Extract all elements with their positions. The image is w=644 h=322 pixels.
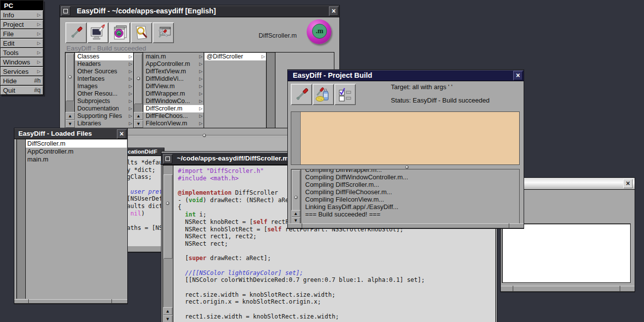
browser-row[interactable]: Documentation▷ bbox=[75, 105, 133, 112]
project-tools-toolbar-button[interactable] bbox=[153, 22, 174, 43]
browser-row[interactable]: Other Sources▷ bbox=[75, 68, 133, 75]
miniaturize-button[interactable] bbox=[61, 6, 70, 16]
build-titlebar[interactable]: EasyDiff - Project Build × bbox=[288, 70, 524, 81]
submenu-arrow-icon: ▷ bbox=[37, 69, 41, 74]
scroll-down-button[interactable]: ▼ bbox=[134, 120, 143, 128]
loaded-files-window: EasyDiff - Loaded Files × DiffScroller.m… bbox=[14, 128, 128, 304]
build-log-text[interactable]: Compiling DiffWrapper.m...Compiling Diff… bbox=[305, 169, 408, 218]
miniaturize-button[interactable] bbox=[163, 154, 172, 163]
browser-row[interactable]: main.m▷ bbox=[144, 53, 204, 60]
scrollbar-knob[interactable] bbox=[292, 170, 300, 211]
build-button[interactable] bbox=[291, 84, 312, 105]
browser-row[interactable]: DiffMiddleVi...▷ bbox=[144, 75, 204, 83]
code-segment: rect.size.width = knobSlotRect.size.widt… bbox=[178, 291, 335, 298]
build-toolbar-button[interactable] bbox=[65, 22, 87, 43]
browser-row-label: DiffMiddleVi... bbox=[146, 75, 184, 82]
browser-row[interactable]: Libraries▷ bbox=[75, 120, 133, 127]
scrollbar-empty[interactable] bbox=[267, 53, 275, 128]
menu-item-label: Project bbox=[3, 21, 37, 28]
build-options-button[interactable] bbox=[334, 84, 356, 105]
scroll-up-button[interactable]: ▲ bbox=[134, 112, 143, 120]
browser-row[interactable]: Other Resou...▷ bbox=[75, 90, 133, 98]
menu-item-file[interactable]: File▷ bbox=[0, 29, 44, 39]
close-button[interactable]: × bbox=[513, 71, 523, 80]
splitter-handle[interactable] bbox=[405, 165, 409, 169]
build-log-line: Compiling DiffWrapper.m... bbox=[305, 169, 408, 173]
browser-row[interactable]: Supporting Files▷ bbox=[75, 112, 133, 120]
aux-window-text-area[interactable] bbox=[502, 223, 631, 283]
scroll-down-button[interactable]: ▼ bbox=[65, 120, 75, 128]
close-button[interactable]: × bbox=[623, 179, 633, 188]
menu-item-project[interactable]: Project▷ bbox=[0, 20, 44, 29]
file-icon[interactable]: .m bbox=[307, 19, 331, 44]
menu-item-edit[interactable]: Edit▷ bbox=[0, 39, 44, 48]
browser-row-label: Subprojects bbox=[77, 98, 110, 105]
browser-row[interactable]: DiffFileChoos...▷ bbox=[144, 112, 204, 120]
close-button[interactable]: × bbox=[117, 129, 126, 139]
browser-row-label: DiffWindowCo... bbox=[146, 98, 190, 105]
loaded-files-titlebar[interactable]: EasyDiff - Loaded Files × bbox=[14, 128, 127, 139]
browser-row[interactable]: @DiffScroller▷ bbox=[205, 53, 266, 60]
code-segment: drawRect: aRect]; bbox=[207, 255, 271, 262]
editor-toolbar-button[interactable]: .m bbox=[109, 22, 130, 43]
browser-row[interactable]: Interfaces▷ bbox=[75, 75, 133, 83]
browser-row[interactable]: Headers▷ bbox=[75, 60, 133, 68]
scroll-up-button[interactable]: ▲ bbox=[65, 112, 75, 120]
menu-item-quit[interactable]: Quit#q bbox=[0, 86, 44, 95]
menu-title[interactable]: PC bbox=[0, 0, 44, 10]
code-segment: @implementation bbox=[178, 189, 231, 196]
scroll-down-button[interactable]: ▼ bbox=[163, 315, 172, 322]
menu-item-services[interactable]: Services▷ bbox=[0, 67, 44, 76]
browser-row[interactable]: DiffView.m▷ bbox=[144, 83, 204, 90]
scrollbar-knob[interactable] bbox=[66, 54, 74, 101]
scrollbar[interactable]: ▲ ▼ bbox=[65, 53, 75, 128]
close-button[interactable]: × bbox=[329, 6, 338, 16]
loaded-file-row[interactable]: AppController.m bbox=[26, 148, 127, 156]
code-segment: NSRect knobRect = [ bbox=[178, 218, 253, 225]
scroll-up-button[interactable]: ▲ bbox=[163, 307, 172, 315]
menu-item-windows[interactable]: Windows▷ bbox=[0, 57, 44, 67]
browser-row-label: DiffScroller.m bbox=[146, 105, 182, 112]
loaded-file-row[interactable]: DiffScroller.m bbox=[26, 140, 127, 148]
resize-bar[interactable] bbox=[501, 286, 635, 292]
scrollbar-knob[interactable] bbox=[134, 54, 142, 104]
scrollbar-knob[interactable] bbox=[163, 174, 172, 259]
browser-row[interactable]: Classes▷ bbox=[75, 53, 133, 60]
build-args-panel[interactable] bbox=[291, 111, 520, 165]
project-window-titlebar[interactable]: EasyDiff - ~/code/apps-easydiff [English… bbox=[60, 5, 339, 17]
browser-row[interactable]: Subprojects▷ bbox=[75, 98, 133, 105]
scrollbar[interactable]: ▲ ▼ bbox=[163, 165, 173, 322]
code-line: user prefe bbox=[127, 188, 166, 196]
scroll-down-button[interactable]: ▼ bbox=[291, 217, 300, 224]
menu-item-hide[interactable]: Hide#h bbox=[0, 76, 44, 86]
menu-item-info[interactable]: Info▷ bbox=[0, 10, 44, 20]
browser-row[interactable]: FileIconView.m▷ bbox=[144, 120, 204, 127]
clean-button[interactable] bbox=[313, 84, 334, 105]
scrollbar[interactable]: ▲ ▼ bbox=[291, 169, 301, 224]
menu-item-key: #q bbox=[34, 87, 41, 94]
browser-row[interactable]: DiffTextView.m▷ bbox=[144, 68, 204, 75]
browser-row[interactable]: DiffScroller.m▷ bbox=[144, 105, 204, 112]
loaded-file-row[interactable]: main.m bbox=[26, 156, 127, 163]
browser-row[interactable]: Images▷ bbox=[75, 83, 133, 90]
scrollbar-empty[interactable] bbox=[291, 112, 301, 164]
submenu-arrow-icon: ▷ bbox=[37, 59, 41, 64]
resize-bar[interactable] bbox=[288, 223, 524, 228]
run-toolbar-button[interactable] bbox=[87, 22, 108, 43]
menu-item-label: Windows bbox=[3, 58, 37, 66]
find-toolbar-button[interactable]: bjc bbox=[131, 22, 152, 43]
leaf-arrow-icon: ▷ bbox=[129, 112, 132, 120]
browser-row[interactable]: DiffWrapper.m▷ bbox=[144, 90, 204, 98]
browser-row[interactable]: AppController.m▷ bbox=[144, 60, 204, 68]
code-segment: void bbox=[189, 197, 203, 204]
leaf-arrow-icon: ▷ bbox=[199, 90, 203, 98]
browser-row[interactable]: DiffWindowCo...▷ bbox=[144, 98, 204, 105]
resize-bar[interactable] bbox=[14, 299, 127, 304]
scroll-up-button[interactable]: ▲ bbox=[291, 210, 300, 217]
code-segment: NSRect rect; bbox=[178, 240, 228, 247]
background-editor-code[interactable]: lts *defauly *dict;gClass; user prefe[NS… bbox=[127, 159, 166, 232]
scrollbar[interactable]: ▲ ▼ bbox=[134, 53, 143, 128]
code-segment: - ( bbox=[178, 197, 189, 204]
menu-item-tools[interactable]: Tools▷ bbox=[0, 48, 44, 57]
scrollbar-empty[interactable] bbox=[17, 139, 26, 299]
